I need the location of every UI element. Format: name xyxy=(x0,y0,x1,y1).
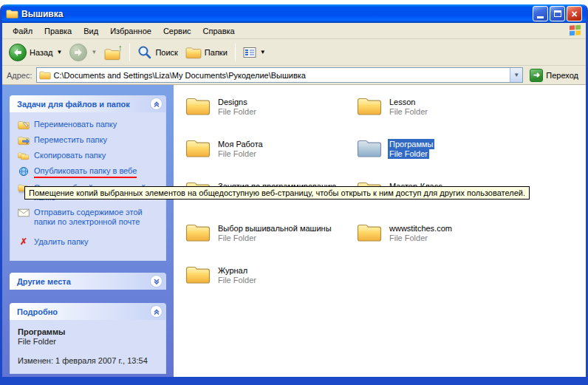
copy-folder-link[interactable]: Скопировать папку xyxy=(18,151,161,161)
minimize-icon xyxy=(537,16,544,18)
forward-button[interactable]: ▼ xyxy=(66,41,100,64)
views-button[interactable]: ▼ xyxy=(239,44,270,61)
copy-folder-icon xyxy=(18,151,30,161)
main-area: Задачи для файлов и папок Переименовать … xyxy=(2,85,586,377)
minimize-button[interactable] xyxy=(533,6,548,21)
details-header[interactable]: Подробно xyxy=(10,303,166,320)
address-path[interactable]: C:\Documents and Settings\Liza\My Docume… xyxy=(54,71,507,80)
forward-dropdown-icon: ▼ xyxy=(91,49,97,55)
maximize-icon xyxy=(554,10,561,17)
address-bar: Адрес: C:\Documents and Settings\Liza\My… xyxy=(2,66,586,85)
details-folder-name: Программы xyxy=(18,327,161,337)
up-button[interactable]: ↑ xyxy=(100,42,126,63)
address-folder-icon xyxy=(39,70,51,80)
email-icon xyxy=(18,208,30,218)
folder-icon xyxy=(185,264,211,285)
go-label: Переход xyxy=(546,71,578,80)
tasks-panel-header[interactable]: Задачи для файлов и папок xyxy=(10,95,166,112)
folders-icon xyxy=(185,46,202,59)
folder-item-programmy-selected[interactable]: ПрограммыFile Folder xyxy=(357,137,516,180)
folder-item-vybor-mashiny[interactable]: Выбор вышивальной машиныFile Folder xyxy=(185,222,345,264)
folder-item-lesson[interactable]: LessonFile Folder xyxy=(357,95,516,137)
folder-icon xyxy=(357,222,382,242)
chevron-up-icon[interactable] xyxy=(150,98,163,110)
details-modified: Изменен: 1 февраля 2007 г., 13:54 xyxy=(18,356,161,366)
search-label: Поиск xyxy=(155,48,177,57)
chevron-down-icon[interactable] xyxy=(150,275,163,287)
folder-content: DesignsFile Folder LessonFile Folder Моя… xyxy=(174,85,586,377)
folder-item-wwwstitches[interactable]: wwwstitches.comFile Folder xyxy=(357,222,516,264)
chevron-up-icon-details[interactable] xyxy=(150,305,163,318)
maximize-button[interactable] xyxy=(550,6,565,21)
folders-button[interactable]: Папки xyxy=(182,44,231,61)
move-folder-icon xyxy=(18,135,30,146)
forward-icon xyxy=(69,44,87,61)
search-icon xyxy=(137,45,152,60)
file-folder-tasks-panel: Задачи для файлов и папок Переименовать … xyxy=(10,95,166,261)
tooltip: Помещение копий выбранных элементов на о… xyxy=(24,186,530,200)
explorer-window: Вышивка × Файл Правка Вид Избранное Серв… xyxy=(0,4,588,385)
address-dropdown-icon[interactable]: ▼ xyxy=(510,68,522,82)
folder-item-zhurnal[interactable]: ЖурналFile Folder xyxy=(185,264,345,306)
folder-item-moya-rabota[interactable]: Моя РаботаFile Folder xyxy=(185,137,345,180)
rename-folder-icon xyxy=(18,120,30,130)
menu-bar: Файл Правка Вид Избранное Сервис Справка xyxy=(2,23,586,39)
move-folder-link[interactable]: Переместить папку xyxy=(18,135,161,146)
address-label: Адрес: xyxy=(7,71,33,80)
folder-icon-selected xyxy=(357,137,382,158)
task-pane: Задачи для файлов и папок Переименовать … xyxy=(2,85,174,377)
folder-item-designs[interactable]: DesignsFile Folder xyxy=(185,95,345,137)
windows-logo-icon xyxy=(568,24,583,38)
search-button[interactable]: Поиск xyxy=(134,43,181,62)
address-combobox[interactable]: C:\Documents and Settings\Liza\My Docume… xyxy=(36,67,524,83)
folder-icon xyxy=(185,95,211,116)
close-button[interactable]: × xyxy=(567,6,582,21)
back-button[interactable]: Назад ▼ xyxy=(5,41,66,64)
folder-icon xyxy=(185,137,211,158)
go-arrow-icon: ➜ xyxy=(530,69,543,82)
menu-file[interactable]: Файл xyxy=(7,24,38,38)
close-icon: × xyxy=(571,9,577,19)
up-folder-icon: ↑ xyxy=(104,44,122,61)
toolbar-separator xyxy=(129,44,130,61)
folders-label: Папки xyxy=(205,48,228,57)
views-icon xyxy=(243,47,256,58)
menu-view[interactable]: Вид xyxy=(78,24,104,38)
folder-icon xyxy=(357,95,382,116)
publish-web-icon xyxy=(18,166,30,177)
window-folder-icon xyxy=(6,8,18,19)
views-dropdown-icon[interactable]: ▼ xyxy=(260,49,266,55)
delete-icon: ✗ xyxy=(18,237,30,248)
other-places-panel: Другие места xyxy=(10,273,166,290)
folder-grid: DesignsFile Folder LessonFile Folder Моя… xyxy=(185,95,584,306)
folder-icon xyxy=(185,222,211,242)
toolbar: Назад ▼ ▼ ↑ Поиск Папки xyxy=(2,39,586,66)
tasks-panel-title: Задачи для файлов и папок xyxy=(17,100,130,109)
other-places-header[interactable]: Другие места xyxy=(10,273,166,290)
menu-favorites[interactable]: Избранное xyxy=(104,24,157,38)
menu-edit[interactable]: Правка xyxy=(38,24,78,38)
back-label: Назад xyxy=(30,48,53,57)
other-places-title: Другие места xyxy=(17,277,71,286)
rename-folder-link[interactable]: Переименовать папку xyxy=(18,120,161,130)
title-bar[interactable]: Вышивка × xyxy=(2,4,586,23)
back-dropdown-icon[interactable]: ▼ xyxy=(57,49,63,55)
email-folder-link[interactable]: Отправить содержимое этой папки по элект… xyxy=(18,208,161,227)
back-icon xyxy=(9,44,27,61)
window-title: Вышивка xyxy=(21,9,531,19)
menu-tools[interactable]: Сервис xyxy=(157,24,197,38)
details-body: Программы File Folder Изменен: 1 февраля… xyxy=(10,320,166,374)
menu-help[interactable]: Справка xyxy=(197,24,241,38)
go-button[interactable]: ➜ Переход xyxy=(527,67,581,84)
publish-folder-link[interactable]: Опубликовать папку в вебе xyxy=(18,166,161,178)
details-panel: Подробно Программы File Folder Изменен: … xyxy=(10,303,166,374)
delete-folder-link[interactable]: ✗ Удалить папку xyxy=(18,237,161,248)
details-title: Подробно xyxy=(17,307,58,316)
toolbar-separator-2 xyxy=(235,44,236,61)
details-folder-type: File Folder xyxy=(18,337,161,347)
